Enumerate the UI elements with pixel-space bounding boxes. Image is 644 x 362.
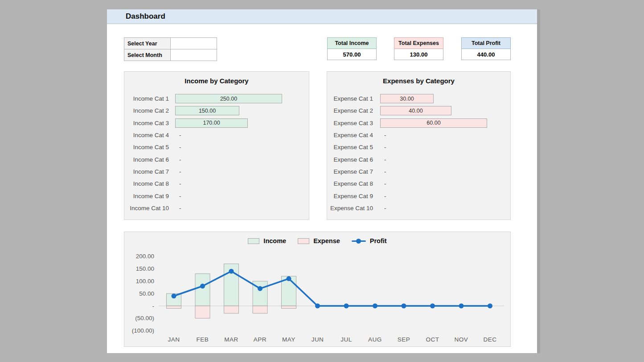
select-month-cell[interactable] [171,49,217,61]
select-year-cell[interactable] [171,38,217,49]
y-axis-tick-label: 200.00 [136,253,154,260]
category-row: Expense Cat 4- [327,129,506,141]
category-label: Expense Cat 2 [327,107,373,114]
category-label: Expense Cat 5 [327,144,373,150]
total-profit-box: Total Profit 440.00 [461,37,511,60]
category-row: Income Cat 1250.00 [124,93,304,105]
select-year-row: Select Year [124,38,217,49]
category-bar-zone: - [380,142,506,152]
category-empty-value: - [384,142,386,152]
category-empty-value: - [384,203,386,213]
expense-bar [253,306,267,313]
profit-point [172,293,176,298]
category-bar-zone: - [380,191,506,201]
category-bar-zone: 60.00 [380,118,506,128]
category-bar-zone: - [175,155,304,164]
category-empty-value: - [384,167,386,176]
category-bar-zone: 40.00 [380,106,506,115]
category-label: Expense Cat 10 [327,205,373,212]
y-axis-tick-label: - [152,303,155,309]
category-label: Expense Cat 3 [327,120,373,126]
profit-point [200,284,205,289]
category-bar: 30.00 [380,94,434,103]
category-row: Expense Cat 130.00 [327,93,506,105]
category-empty-value: - [179,191,181,201]
category-label: Expense Cat 8 [327,180,373,187]
category-label: Income Cat 4 [124,132,169,138]
category-row: Expense Cat 8- [327,178,506,190]
category-row: Expense Cat 10- [327,202,506,214]
category-bar-zone: 150.00 [175,106,304,115]
profit-point [373,304,377,309]
category-label: Income Cat 5 [124,144,169,150]
total-expenses-box: Total Expenses 130.00 [394,37,443,60]
category-bar-zone: - [380,130,506,140]
x-axis-month-label: AUG [368,336,382,343]
profit-point [459,304,464,309]
expense-bar [195,306,210,318]
total-profit-value[interactable]: 440.00 [461,49,511,60]
category-empty-value: - [179,155,181,164]
category-row: Expense Cat 240.00 [327,105,506,117]
category-label: Income Cat 3 [124,120,169,126]
select-month-label: Select Month [124,49,171,61]
category-bar: 40.00 [380,106,451,115]
category-label: Income Cat 7 [124,168,169,175]
x-axis-month-label: MAR [224,336,238,343]
category-label: Income Cat 8 [124,180,169,187]
total-income-value[interactable]: 570.00 [327,49,377,60]
y-axis-tick-label: (50.00) [135,315,154,321]
category-bar: 150.00 [175,106,239,115]
category-label: Income Cat 1 [124,95,169,102]
category-bar-zone: - [380,167,506,176]
category-empty-value: - [179,142,181,152]
category-bar-zone: - [175,203,304,213]
category-bar: 60.00 [380,118,487,128]
x-axis-month-label: DEC [483,336,496,343]
expenses-by-category-panel[interactable]: Expenses by Category Expense Cat 130.00E… [327,71,511,220]
x-axis-month-label: JUN [312,336,324,343]
monthly-profit-chart-panel[interactable]: Income Expense Profit 200.00150.00100.00… [124,232,511,347]
total-profit-label: Total Profit [461,37,511,49]
x-axis-month-label: OCT [426,336,439,343]
expense-bar [167,306,181,309]
category-row: Expense Cat 6- [327,153,506,165]
category-bar-zone: 250.00 [175,94,304,103]
x-axis-month-label: JUL [340,336,352,343]
category-label: Expense Cat 1 [327,95,373,102]
income-panel-title: Income by Category [124,77,309,85]
category-empty-value: - [179,130,181,140]
sheet-right-shadow [537,9,540,353]
filter-table: Select Year Select Month [124,37,217,61]
income-by-category-panel[interactable]: Income by Category Income Cat 1250.00Inc… [124,71,309,220]
category-row: Income Cat 2150.00 [124,105,304,117]
category-bar: 170.00 [175,118,248,128]
category-label: Expense Cat 4 [327,132,373,138]
expense-panel-title: Expenses by Category [327,77,510,85]
spreadsheet-sheet: Dashboard Select Year Select Month Total… [107,9,537,353]
category-bar-zone: - [380,179,506,188]
profit-point [402,304,406,309]
category-row: Expense Cat 7- [327,166,506,178]
expense-bar [282,306,296,309]
category-empty-value: - [179,167,181,176]
monthly-chart-plot[interactable]: 200.00150.00100.0050.00-(50.00)(100.00)J… [124,232,511,347]
category-bar-zone: - [175,130,304,140]
x-axis-month-label: NOV [455,336,468,343]
y-axis-tick-label: 100.00 [136,278,154,285]
category-row: Income Cat 10- [124,202,304,214]
profit-point [258,286,263,291]
category-row: Income Cat 5- [124,141,304,153]
expense-bar [224,306,239,313]
y-axis-tick-label: 50.00 [139,290,154,297]
expense-category-rows: Expense Cat 130.00Expense Cat 240.00Expe… [327,93,506,214]
category-row: Income Cat 9- [124,190,304,202]
total-income-label: Total Income [327,37,377,49]
category-label: Income Cat 9 [124,193,169,199]
category-bar-zone: - [175,179,304,188]
total-expenses-value[interactable]: 130.00 [394,49,443,60]
total-expenses-label: Total Expenses [394,37,443,49]
total-income-box: Total Income 570.00 [327,37,377,60]
profit-point [287,276,291,281]
y-axis-tick-label: (100.00) [132,327,154,334]
